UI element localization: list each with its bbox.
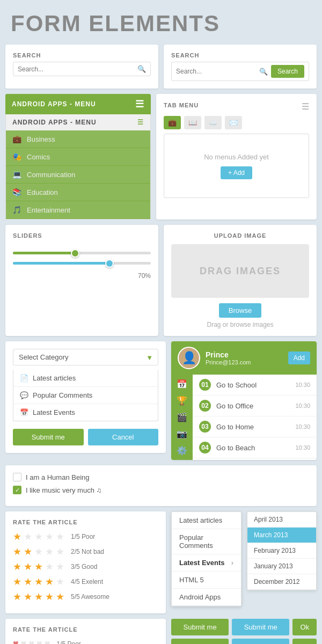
star-icon[interactable]: ★ [34, 546, 43, 558]
category-select[interactable]: Select Category [13, 349, 158, 365]
star-row[interactable]: ★★★★★5/5 Awesome [13, 591, 158, 603]
star-icon[interactable]: ★ [45, 591, 54, 603]
star-icon[interactable]: ★ [56, 531, 64, 543]
star-icon[interactable]: ★ [24, 591, 32, 603]
checkbox-music-box[interactable]: ✓ [13, 486, 21, 494]
star-row[interactable]: ★★★★★4/5 Exelent [13, 576, 158, 588]
button-row: Submit me Submit me Ok [171, 619, 317, 635]
star-icon[interactable]: ★ [13, 576, 21, 588]
star-icon[interactable]: ★ [24, 531, 32, 543]
star-icon[interactable]: ★ [56, 561, 64, 573]
tab-icon-book[interactable]: 📖 [184, 116, 201, 129]
star-icon[interactable]: ★ [56, 591, 64, 603]
dropdown-menu-item[interactable]: Latest Events› [172, 554, 241, 572]
star-icon[interactable]: ★ [45, 576, 54, 588]
submit-me-button-blue[interactable]: Submit me [232, 619, 289, 635]
tab-icon-cloud[interactable]: ☁️ [204, 116, 222, 129]
star-icon[interactable]: ★ [34, 591, 43, 603]
heart-row[interactable]: ♥♥♥♥♥1/5 Poor [13, 638, 158, 644]
star-icon[interactable]: ★ [24, 576, 32, 588]
video-icon[interactable]: 🎬 [177, 412, 187, 422]
dropdown-menu-item[interactable]: Popular Comments [172, 529, 241, 554]
tab-icon-briefcase[interactable]: 💼 [164, 116, 181, 129]
dropdown-item-articles[interactable]: 📄 Latest articles [13, 370, 158, 387]
submit-me-button[interactable]: Submit me [171, 639, 229, 644]
ok-button[interactable]: Ok [292, 619, 317, 635]
cancel-button[interactable]: Cancel [88, 429, 159, 445]
star-row[interactable]: ★★★★★1/5 Poor [13, 531, 158, 543]
dropdown-menu-item[interactable]: Latest articles [172, 512, 241, 529]
task-time: 10:30 [295, 382, 310, 388]
dropdown-item-comments[interactable]: 💬 Popular Comments [13, 387, 158, 404]
star-row[interactable]: ★★★★★2/5 Not bad [13, 546, 158, 558]
trophy-icon[interactable]: 🏆 [177, 396, 187, 406]
star-icon[interactable]: ★ [34, 561, 43, 573]
heart-icon[interactable]: ♥ [45, 638, 50, 644]
star-icon[interactable]: ★ [13, 591, 21, 603]
menu-item-education[interactable]: 📚Education [6, 184, 150, 201]
drag-zone[interactable]: DRAG IMAGES [171, 244, 309, 298]
menu-item-entertainment[interactable]: 🎵Entertainment [6, 201, 150, 219]
search-button[interactable]: Search [271, 65, 304, 78]
browse-button[interactable]: Browse [219, 303, 261, 318]
gear-icon[interactable]: ⚙️ [177, 445, 187, 456]
menu-item-comics[interactable]: 🎭Comics [6, 148, 150, 166]
upload-label: UPLOAD IMAGE [171, 232, 309, 239]
checkbox-human[interactable]: I am a Human Being [13, 473, 309, 481]
search-right-input[interactable] [176, 68, 259, 75]
star-row[interactable]: ★★★★★3/5 Good [13, 561, 158, 573]
tab-icon-mail[interactable]: ✉️ [225, 116, 242, 129]
slider-blue[interactable] [13, 262, 151, 265]
heart-icon[interactable]: ♥ [28, 638, 34, 644]
calendar-icon[interactable]: 📅 [177, 379, 187, 389]
dropdown-menu-item[interactable]: HTML 5 [172, 572, 241, 589]
star-icon[interactable]: ★ [24, 546, 32, 558]
task-text: Go to Beach [216, 444, 290, 452]
comics-icon: 🎭 [12, 152, 21, 161]
date-item[interactable]: January 2013 [247, 559, 316, 574]
task-list: 01Go to School10:3002Go to Office10:3003… [193, 375, 317, 460]
star-icon[interactable]: ★ [45, 546, 54, 558]
heart-icon[interactable]: ♥ [13, 638, 19, 644]
task-num: 02 [199, 400, 211, 412]
checkbox-music-label: I like music very much ♫ [26, 486, 101, 494]
tab-menu-hamburger-icon[interactable]: ☰ [302, 101, 309, 112]
star-icon[interactable]: ★ [45, 531, 54, 543]
submit-me-button-blue[interactable]: Submit me [232, 639, 289, 644]
search-right-icon: 🔍 [259, 68, 268, 76]
checkbox-music[interactable]: ✓ I like music very much ♫ [13, 486, 309, 494]
add-menu-button[interactable]: + Add [221, 166, 252, 179]
date-item[interactable]: March 2013 [247, 528, 316, 543]
submenu-hamburger-icon[interactable]: ☰ [137, 119, 144, 126]
date-item[interactable]: December 2012 [247, 574, 316, 590]
star-icon[interactable]: ★ [45, 561, 54, 573]
submit-button[interactable]: Submit me [13, 429, 84, 445]
star-icon[interactable]: ★ [56, 576, 64, 588]
star-icon[interactable]: ★ [13, 546, 21, 558]
star-icon[interactable]: ★ [13, 561, 21, 573]
camera-icon[interactable]: 📷 [177, 429, 187, 439]
heart-icon[interactable]: ♥ [36, 638, 42, 644]
star-icon[interactable]: ★ [34, 531, 43, 543]
dropdown-menu-item[interactable]: Android Apps [172, 589, 241, 606]
star-icon[interactable]: ★ [24, 561, 32, 573]
heart-icon[interactable]: ♥ [21, 638, 27, 644]
sliders-label: SLIDERS [13, 232, 151, 239]
star-icon[interactable]: ★ [56, 546, 64, 558]
slider-green[interactable] [13, 252, 151, 254]
profile-add-button[interactable]: Add [288, 352, 310, 364]
menu-item-business[interactable]: 💼Business [6, 130, 150, 148]
star-icon[interactable]: ★ [13, 531, 21, 543]
checkbox-human-box[interactable] [13, 473, 21, 481]
menu-item-communication[interactable]: 💻Communication [6, 166, 150, 184]
search-left-input[interactable] [18, 65, 137, 73]
date-item[interactable]: February 2013 [247, 543, 316, 559]
star-icon[interactable]: ★ [34, 576, 43, 588]
checkbox-human-label: I am a Human Being [26, 473, 90, 481]
submit-me-button[interactable]: Submit me [171, 619, 229, 635]
dropdown-item-events[interactable]: 📅 Latest Events [13, 404, 158, 421]
hamburger-icon[interactable]: ☰ [135, 98, 144, 110]
articles-icon: 📄 [20, 374, 28, 382]
ok-button[interactable]: Ok [292, 639, 317, 644]
date-item[interactable]: April 2013 [247, 512, 316, 528]
